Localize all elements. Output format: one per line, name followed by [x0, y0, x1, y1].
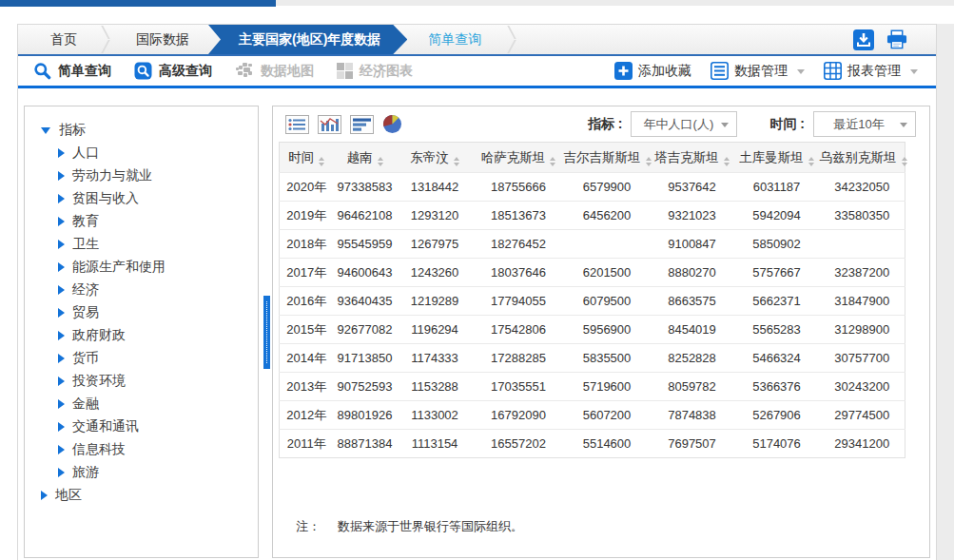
tree-item-energy-production-use[interactable]: 能源生产和使用	[41, 256, 258, 279]
expand-icon[interactable]	[58, 217, 65, 226]
table-row: 2017年94600643124326018037646620150088802…	[280, 259, 905, 287]
add-favorite-button[interactable]: 添加收藏	[614, 62, 691, 80]
column-header-kazakhstan[interactable]: 哈萨克斯坦	[474, 143, 564, 173]
table-cell: 8454019	[651, 316, 734, 344]
tree-item-information-technology[interactable]: 信息科技	[41, 438, 258, 461]
report-management-icon	[824, 62, 842, 80]
tree-item-tourism[interactable]: 旅游	[41, 461, 258, 484]
tab-annual-data-major-countries[interactable]: 主要国家(地区)年度数据	[208, 25, 407, 54]
table-cell: 1196294	[397, 316, 474, 344]
table-cell: 18276452	[474, 230, 564, 259]
table-cell: 6456200	[564, 202, 651, 230]
column-header-turkmenistan[interactable]: 土库曼斯坦	[734, 143, 820, 173]
tree-item-poverty-income[interactable]: 贫困与收入	[41, 187, 258, 210]
time-select[interactable]: 最近10年	[813, 111, 916, 137]
column-header-uzbekistan[interactable]: 乌兹别克斯坦	[820, 143, 905, 173]
tab-international-data[interactable]: 国际数据	[113, 25, 212, 54]
expand-icon[interactable]	[58, 308, 65, 318]
tree-item-economy[interactable]: 经济	[41, 279, 258, 301]
expand-icon[interactable]	[58, 240, 65, 249]
download-button[interactable]	[853, 29, 874, 50]
table-cell	[564, 230, 651, 259]
tree-item-finance[interactable]: 金融	[41, 393, 258, 415]
table-cell: 1113154	[397, 430, 474, 458]
table-cell: 95545959	[334, 230, 397, 259]
table-cell: 1133002	[397, 401, 474, 430]
report-management-button[interactable]: 报表管理	[824, 62, 918, 80]
expand-icon[interactable]	[58, 262, 65, 272]
table-cell: 5565283	[734, 316, 820, 344]
expand-icon[interactable]	[58, 377, 65, 386]
view-list-button[interactable]	[285, 115, 309, 134]
tree-item-trade[interactable]: 贸易	[41, 301, 258, 324]
table-cell: 2012年	[280, 401, 334, 430]
time-select-value: 最近10年	[833, 116, 884, 133]
chevron-down-icon	[910, 69, 918, 74]
tree-item-transport-communication[interactable]: 交通和通讯	[41, 415, 258, 438]
view-column-chart-button[interactable]	[318, 115, 341, 134]
sort-arrows-icon	[808, 157, 814, 166]
expand-icon[interactable]	[58, 331, 65, 340]
table-cell: 5607200	[564, 401, 651, 430]
tab-simple-query[interactable]: 简单查询	[403, 25, 506, 54]
table-cell: 29774500	[820, 401, 905, 430]
tree-item-labor-employment[interactable]: 劳动力与就业	[41, 164, 258, 187]
collapse-icon[interactable]	[41, 127, 50, 134]
time-label: 时间 :	[769, 116, 805, 133]
data-management-button[interactable]: 数据管理	[711, 62, 805, 80]
table-cell: 88871384	[334, 430, 397, 458]
print-button[interactable]	[886, 29, 907, 50]
tree-item-government-finance[interactable]: 政府财政	[41, 324, 258, 347]
economic-charts-button: 经济图表	[337, 63, 413, 80]
column-header-time[interactable]: 时间	[280, 143, 334, 173]
expand-icon[interactable]	[58, 399, 65, 409]
table-row: 2012年89801926113300216792090560720078748…	[280, 401, 905, 430]
tree-item-population[interactable]: 人口	[41, 142, 258, 164]
expand-icon[interactable]	[58, 468, 65, 477]
expand-icon[interactable]	[58, 354, 65, 363]
table-cell: 1318442	[397, 173, 474, 202]
sort-arrows-icon	[724, 157, 730, 166]
table-cell: 2019年	[280, 202, 334, 230]
column-header-tajikistan[interactable]: 塔吉克斯坦	[651, 143, 734, 173]
simple-query-icon	[33, 62, 51, 80]
column-header-label: 时间	[288, 150, 314, 164]
tab-home[interactable]: 首页	[28, 25, 100, 54]
indicator-select[interactable]: 年中人口(人)	[631, 111, 737, 137]
tree-item-health[interactable]: 卫生	[41, 233, 258, 256]
sort-up-icon	[550, 157, 555, 161]
window-actions	[853, 29, 907, 50]
sort-up-icon	[646, 157, 652, 161]
tree-item-education[interactable]: 教育	[41, 210, 258, 233]
table-cell: 9537642	[651, 173, 734, 202]
view-pie-chart-button[interactable]	[382, 114, 402, 134]
expand-icon[interactable]	[58, 148, 65, 158]
table-cell: 5942094	[734, 202, 820, 230]
expand-icon[interactable]	[58, 171, 65, 181]
expand-icon[interactable]	[41, 491, 48, 500]
toolbar-left: 简单查询高级查询数据地图经济图表	[33, 62, 436, 80]
tree-item-label: 投资环境	[72, 373, 126, 390]
table-cell: 2011年	[280, 430, 334, 458]
tree-item-regions[interactable]: 地区	[41, 484, 258, 507]
sort-up-icon	[454, 157, 459, 161]
column-header-timor-leste[interactable]: 东帝汶	[397, 143, 474, 173]
tree-item-investment-environment[interactable]: 投资环境	[41, 370, 258, 393]
expand-icon[interactable]	[58, 194, 65, 203]
view-bar-chart-button[interactable]	[350, 115, 374, 134]
expand-icon[interactable]	[58, 422, 65, 432]
tree-item-indicators[interactable]: 指标	[41, 119, 258, 142]
simple-query-button[interactable]: 简单查询	[33, 62, 111, 80]
table-cell: 5757667	[734, 259, 820, 287]
expand-icon[interactable]	[58, 445, 65, 454]
table-cell: 17288285	[474, 344, 564, 373]
expand-icon[interactable]	[58, 285, 65, 295]
column-header-vietnam[interactable]: 越南	[334, 143, 397, 173]
table-cell: 8059782	[651, 373, 734, 401]
panel-splitter[interactable]	[263, 296, 270, 369]
tree-item-currency[interactable]: 货币	[41, 347, 258, 370]
sidebar-tree: 指标人口劳动力与就业贫困与收入教育卫生能源生产和使用经济贸易政府财政货币投资环境…	[25, 106, 258, 507]
column-header-kyrgyzstan[interactable]: 吉尔吉斯斯坦	[564, 143, 651, 173]
table-cell: 5835500	[564, 344, 651, 373]
advanced-query-button[interactable]: 高级查询	[134, 62, 212, 80]
